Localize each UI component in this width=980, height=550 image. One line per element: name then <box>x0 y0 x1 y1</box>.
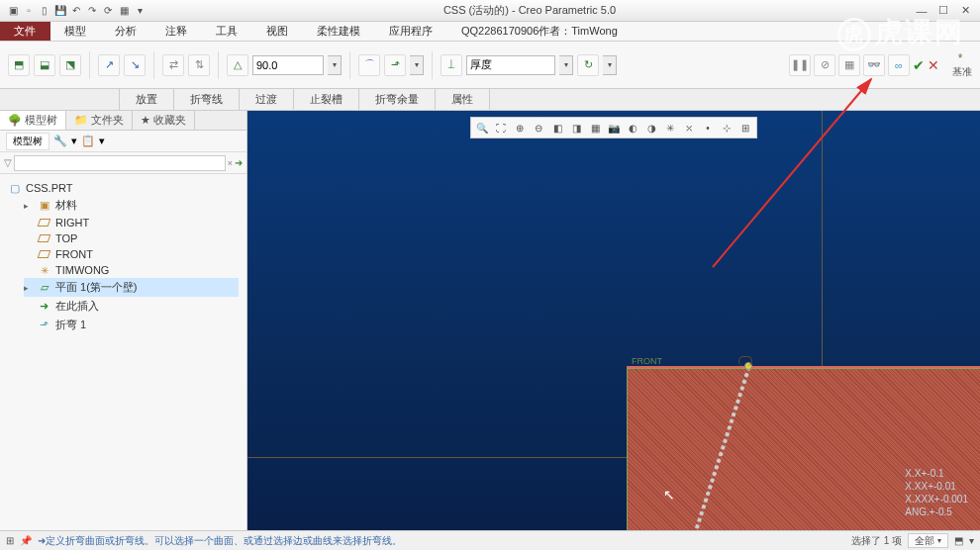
status-pin-icon[interactable]: 📌 <box>20 535 32 546</box>
bend-type3-icon[interactable]: ⬔ <box>59 54 81 76</box>
precision-readout: X.X+-0.1 X.XX+-0.01 X.XXX+-0.001 ANG.+-0… <box>905 467 968 518</box>
tree-bend[interactable]: ⬏折弯 1 <box>24 316 239 334</box>
bend-dir1-icon[interactable]: ↗ <box>98 54 120 76</box>
maximize-button[interactable]: ☐ <box>934 4 952 18</box>
model-tree: ▢ CSS.PRT ▸▣材料 RIGHT TOP FRONT ✳TIMWONG … <box>0 174 246 340</box>
zoomin-icon[interactable]: ⊕ <box>511 120 529 136</box>
filter-clear-icon[interactable]: × <box>228 158 233 168</box>
filter-icon[interactable]: ▽ <box>4 157 12 168</box>
tab-place[interactable]: 放置 <box>119 88 174 110</box>
no-icon[interactable]: ⊘ <box>814 54 835 76</box>
datum-label[interactable]: 基准 <box>952 65 972 79</box>
panel-tab-folder[interactable]: 📁文件夹 <box>66 111 133 130</box>
panel-tab-tree[interactable]: 🌳模型树 <box>0 111 66 130</box>
menu-tools[interactable]: 工具 <box>202 22 252 41</box>
cancel-icon[interactable]: ✕ <box>928 57 939 73</box>
point-disp-icon[interactable]: • <box>699 120 717 136</box>
filter-go-icon[interactable]: ➜ <box>235 157 243 168</box>
tab-relief[interactable]: 止裂槽 <box>293 88 359 110</box>
flip-icon[interactable]: ⇄ <box>162 54 184 76</box>
tree-wall[interactable]: ▸▱平面 1(第一个壁) <box>24 278 239 297</box>
annot-disp-icon[interactable]: ⊞ <box>736 120 754 136</box>
datum-disp-icon[interactable]: ✳ <box>661 120 679 136</box>
status-smart-icon[interactable]: ▾ <box>969 535 974 546</box>
zoomout-icon[interactable]: ⊖ <box>530 120 547 136</box>
undo-icon[interactable]: ↶ <box>69 4 83 18</box>
mirror-icon[interactable]: ⇅ <box>188 54 210 76</box>
axis-disp-icon[interactable]: ⤫ <box>680 120 698 136</box>
menu-view[interactable]: 视图 <box>252 22 303 41</box>
menu-app[interactable]: 应用程序 <box>375 22 447 41</box>
tab-allowance[interactable]: 折弯余量 <box>358 88 436 110</box>
angle-icon: △ <box>227 54 248 76</box>
tree-display-icon[interactable]: ▾ <box>71 135 77 147</box>
bend-side-dropdown[interactable]: ▾ <box>410 55 424 75</box>
window-title: CSS (活动的) - Creo Parametric 5.0 <box>147 3 913 18</box>
zoom-icon[interactable]: 🔍 <box>473 120 491 136</box>
confirm-icon[interactable]: ✔ <box>913 57 925 73</box>
angle-dropdown[interactable]: ▾ <box>328 55 342 75</box>
filter-all[interactable]: 全部▾ <box>908 533 948 548</box>
bend-dir2-icon[interactable]: ↘ <box>124 54 146 76</box>
perspective-icon[interactable]: ◑ <box>642 120 660 136</box>
verify-icon[interactable]: ▦ <box>838 54 860 76</box>
thickness-side-dropdown[interactable]: ▾ <box>603 55 617 75</box>
thickness-side-icon[interactable]: ↻ <box>577 54 599 76</box>
new-icon[interactable]: ▫ <box>22 4 36 18</box>
menu-model[interactable]: 模型 <box>50 22 101 41</box>
tree-top[interactable]: TOP <box>24 230 239 246</box>
tree-settings-icon[interactable]: 🔧 <box>53 135 67 147</box>
status-bar: ⊞ 📌 ➜定义折弯曲面或折弯线。可以选择一个曲面、或通过选择边或曲线来选择折弯线… <box>0 530 980 550</box>
tree-front[interactable]: FRONT <box>24 246 239 262</box>
tree-csys[interactable]: ✳TIMWONG <box>24 262 239 278</box>
csys-disp-icon[interactable]: ⊹ <box>718 120 735 136</box>
tree-material[interactable]: ▸▣材料 <box>24 196 239 215</box>
repaint-icon[interactable]: ◨ <box>567 120 585 136</box>
close-button[interactable]: ✕ <box>956 4 974 18</box>
radius-icon[interactable]: ⌒ <box>358 54 380 76</box>
status-geom-icon[interactable]: ⬒ <box>954 535 963 546</box>
glasses1-icon[interactable]: 👓 <box>863 54 885 76</box>
menu-analysis[interactable]: 分析 <box>101 22 151 41</box>
menu-file[interactable]: 文件 <box>0 22 50 41</box>
bend-arc-top <box>738 356 752 366</box>
selection-count: 选择了 1 项 <box>851 534 902 548</box>
bend-type2-icon[interactable]: ⬓ <box>34 54 55 76</box>
saved-view-icon[interactable]: 📷 <box>605 120 623 136</box>
menu-bar: 文件 模型 分析 注释 工具 视图 柔性建模 应用程序 QQ2286170906… <box>0 22 980 42</box>
save-icon[interactable]: 💾 <box>53 4 67 18</box>
tree-layers-icon[interactable]: 📋 <box>81 135 95 147</box>
tab-transition[interactable]: 过渡 <box>239 88 294 110</box>
minimize-button[interactable]: — <box>913 4 931 18</box>
tree-root[interactable]: ▢ CSS.PRT <box>8 180 239 196</box>
tree-filter-icon[interactable]: ▾ <box>99 135 105 147</box>
pause-icon[interactable]: ❚❚ <box>789 54 811 76</box>
viewport-3d[interactable]: 🔍 ⛶ ⊕ ⊖ ◧ ◨ ▦ 📷 ◐ ◑ ✳ ⤫ • ⊹ ⊞ <box>247 111 980 530</box>
glasses2-icon[interactable]: ∞ <box>888 54 910 76</box>
refit-icon[interactable]: ◧ <box>548 120 566 136</box>
fit-icon[interactable]: ⛶ <box>492 120 510 136</box>
angle-input[interactable] <box>252 55 324 75</box>
panel-tab-fav[interactable]: ★收藏夹 <box>133 111 195 130</box>
tab-props[interactable]: 属性 <box>435 88 490 110</box>
thickness-input[interactable] <box>466 55 555 75</box>
menu-annotate[interactable]: 注释 <box>151 22 202 41</box>
app-icon: ▣ <box>6 4 20 18</box>
main-area: 🌳模型树 📁文件夹 ★收藏夹 模型树 🔧 ▾ 📋 ▾ ▽ × ➜ ▢ C <box>0 111 980 530</box>
status-grid-icon[interactable]: ⊞ <box>6 535 14 546</box>
menu-flex[interactable]: 柔性建模 <box>303 22 375 41</box>
bend-side-icon[interactable]: ⬏ <box>384 54 406 76</box>
bend-type1-icon[interactable]: ⬒ <box>8 54 30 76</box>
regen-icon[interactable]: ⟳ <box>101 4 115 18</box>
close-win-icon[interactable]: ▾ <box>133 4 147 18</box>
disp-style-icon[interactable]: ◐ <box>624 120 641 136</box>
redo-icon[interactable]: ↷ <box>85 4 99 18</box>
shade-icon[interactable]: ▦ <box>586 120 604 136</box>
windows-icon[interactable]: ▦ <box>117 4 131 18</box>
open-icon[interactable]: ▯ <box>38 4 51 18</box>
thickness-dropdown[interactable]: ▾ <box>559 55 573 75</box>
filter-input[interactable] <box>14 155 226 171</box>
tree-insert[interactable]: ➜在此插入 <box>24 297 239 316</box>
tree-right[interactable]: RIGHT <box>24 215 239 230</box>
tab-bendline[interactable]: 折弯线 <box>173 88 240 110</box>
